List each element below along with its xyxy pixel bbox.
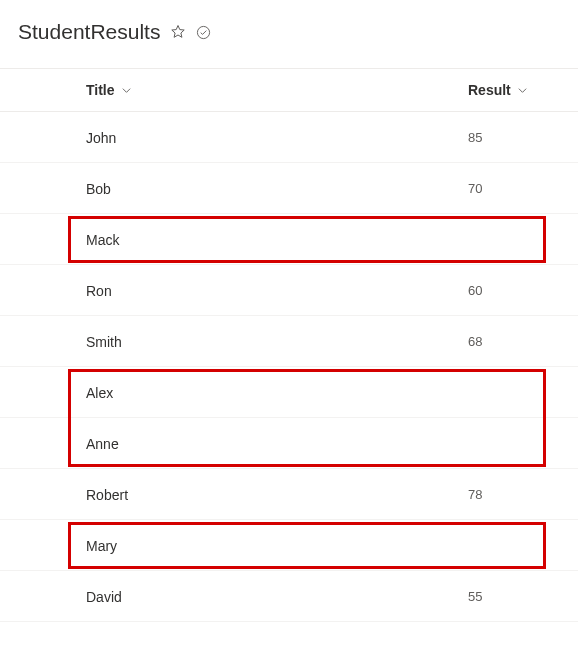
table-row[interactable]: Alex xyxy=(0,367,578,418)
table-row[interactable]: John85 xyxy=(0,112,578,163)
cell-title: Alex xyxy=(86,383,468,401)
table-header-row: Title Result xyxy=(0,68,578,112)
column-header-title-label: Title xyxy=(86,82,115,98)
check-circle-icon[interactable] xyxy=(196,25,211,40)
cell-result: 85 xyxy=(468,130,578,145)
page-header: StudentResults xyxy=(0,0,578,68)
cell-result: 60 xyxy=(468,283,578,298)
cell-title: Bob xyxy=(86,179,468,197)
cell-title: Robert xyxy=(86,485,468,503)
column-header-result[interactable]: Result xyxy=(468,82,578,98)
table-row[interactable]: Ron60 xyxy=(0,265,578,316)
table-row[interactable]: Mary xyxy=(0,520,578,571)
column-header-result-label: Result xyxy=(468,82,511,98)
chevron-down-icon xyxy=(517,85,528,96)
svg-point-0 xyxy=(198,26,210,38)
cell-title: Mack xyxy=(86,230,468,248)
cell-result: 78 xyxy=(468,487,578,502)
table-row[interactable]: Smith68 xyxy=(0,316,578,367)
cell-result: 68 xyxy=(468,334,578,349)
table-row[interactable]: David55 xyxy=(0,571,578,622)
cell-title: David xyxy=(86,587,468,605)
favorite-star-icon[interactable] xyxy=(170,24,186,40)
cell-result: 55 xyxy=(468,589,578,604)
table-row[interactable]: Robert78 xyxy=(0,469,578,520)
data-table: Title Result John85Bob70MackRon60Smith68… xyxy=(0,68,578,622)
chevron-down-icon xyxy=(121,85,132,96)
table-row[interactable]: Bob70 xyxy=(0,163,578,214)
table-body: John85Bob70MackRon60Smith68AlexAnneRober… xyxy=(0,112,578,622)
cell-title: Anne xyxy=(86,434,468,452)
page-title: StudentResults xyxy=(18,20,160,44)
column-header-title[interactable]: Title xyxy=(86,82,468,98)
cell-title: Mary xyxy=(86,536,468,554)
cell-result: 70 xyxy=(468,181,578,196)
table-row[interactable]: Anne xyxy=(0,418,578,469)
cell-title: Ron xyxy=(86,281,468,299)
cell-title: Smith xyxy=(86,332,468,350)
cell-title: John xyxy=(86,128,468,146)
table-row[interactable]: Mack xyxy=(0,214,578,265)
